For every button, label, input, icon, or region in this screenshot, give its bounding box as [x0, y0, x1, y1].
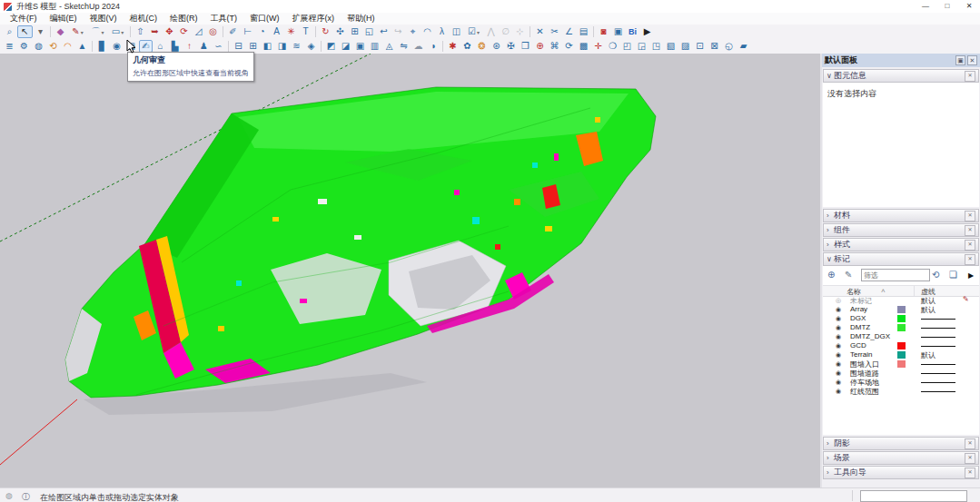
plugin-gear2-icon[interactable]: ⊛ — [490, 40, 503, 53]
cameras-icon[interactable]: ◙ — [597, 25, 610, 38]
plugin-shade2-icon[interactable]: ▨ — [678, 40, 692, 53]
position-camera-icon[interactable]: ⌖ — [406, 25, 420, 38]
close-button[interactable]: ✕ — [958, 0, 980, 13]
menu-item[interactable]: 相机(C) — [124, 13, 164, 25]
plugin-cmd-icon[interactable]: ⌘ — [548, 40, 561, 53]
tag-color-swatch[interactable] — [897, 315, 906, 322]
plugin-sun-icon[interactable]: ❂ — [475, 40, 489, 53]
lock-icon[interactable]: ◈ — [304, 40, 318, 53]
next-view-icon[interactable]: ↪ — [391, 25, 405, 38]
smoove-icon[interactable]: ◬ — [382, 40, 396, 53]
tag-color-swatch[interactable] — [897, 306, 906, 313]
plugin-recycle-icon[interactable]: ⟳ — [562, 40, 576, 53]
tag-row[interactable]: ◉ 围墙入口 — [823, 359, 979, 369]
tag-dash-style[interactable] — [921, 323, 959, 332]
lasso-icon[interactable]: ∽ — [212, 40, 225, 53]
paint-region-icon[interactable]: ◩ — [324, 40, 338, 53]
visibility-eye-icon[interactable]: ◉ — [836, 306, 841, 313]
visibility-eye-icon[interactable]: ◉ — [836, 360, 841, 368]
plugin-flower-icon[interactable]: ✿ — [460, 40, 474, 53]
visibility-eye-icon[interactable]: ◎ — [836, 297, 841, 304]
purge-tags-icon[interactable]: ⟲ — [932, 270, 939, 280]
tag-color-swatch[interactable] — [897, 388, 906, 395]
tag-color-swatch[interactable] — [897, 324, 906, 331]
tag-row[interactable]: ◎ 未标记 默认 ✎ — [823, 296, 979, 305]
collapsed-section[interactable]: › 样式 ✕ — [823, 238, 979, 251]
separator[interactable] — [441, 41, 445, 52]
list-icon[interactable]: ≣ — [3, 40, 16, 53]
plugin-quad-icon[interactable]: ◵ — [722, 40, 736, 53]
offset-icon[interactable]: ◎ — [206, 25, 220, 38]
followme-icon[interactable]: ➥ — [148, 25, 162, 38]
menu-item[interactable]: 文件(F) — [4, 13, 44, 25]
separator[interactable] — [591, 26, 596, 37]
section-close-icon[interactable]: ✕ — [965, 438, 975, 449]
eraser-icon[interactable]: ◆ — [54, 25, 67, 38]
pan-icon[interactable]: ✣ — [333, 25, 347, 38]
tag-row[interactable]: ◉ DMTZ — [823, 323, 979, 332]
tag-color-swatch[interactable] — [897, 342, 906, 349]
protractor-icon[interactable]: ◔ — [255, 25, 269, 38]
bi-logo-icon[interactable]: Bi — [626, 25, 639, 38]
tag-color-swatch[interactable] — [897, 351, 906, 359]
menu-item[interactable]: 扩展程序(x) — [286, 13, 342, 25]
section-close-icon[interactable]: ✕ — [965, 211, 975, 221]
separator[interactable] — [528, 26, 532, 37]
geometry-check-icon[interactable]: ✍ — [139, 40, 153, 53]
geolocation-icon[interactable]: ◍ — [5, 491, 13, 500]
tag-dash-style[interactable] — [921, 378, 959, 387]
visibility-eye-icon[interactable]: ◉ — [836, 379, 841, 386]
section-close-icon[interactable]: ✕ — [965, 468, 975, 478]
stamp-icon[interactable]: ▣ — [353, 40, 367, 53]
tag-color-swatch[interactable] — [897, 379, 906, 386]
tag-color-swatch[interactable] — [897, 297, 906, 304]
3d-text-icon[interactable]: T — [299, 25, 312, 38]
sandbox-icon[interactable]: ◪ — [339, 40, 352, 53]
drape-icon[interactable]: ▥ — [368, 40, 381, 53]
menu-item[interactable]: 帮助(H) — [341, 13, 381, 25]
play-icon[interactable]: ▶ — [640, 25, 654, 38]
plugin-bar-icon[interactable]: ▰ — [737, 40, 750, 53]
grid-minus-icon[interactable]: ⊟ — [232, 40, 245, 53]
hide-icon[interactable]: ∅ — [499, 25, 512, 38]
section-close-icon[interactable]: ✕ — [965, 71, 975, 82]
separator[interactable] — [221, 26, 225, 37]
raise-icon[interactable]: ↑ — [183, 40, 196, 53]
edit-pencil-icon[interactable]: ✎ — [963, 295, 969, 303]
section-close-icon[interactable]: ✕ — [965, 240, 975, 251]
zoom-extents-icon[interactable]: ◱ — [362, 25, 376, 38]
menu-item[interactable]: 窗口(W) — [243, 13, 286, 25]
tag-row[interactable]: ◉ GCD — [823, 341, 979, 350]
tag-dash-style[interactable]: 默认 — [921, 296, 959, 305]
slope-icon[interactable]: ∠ — [562, 25, 576, 38]
collapsed-section[interactable]: › 材料 ✕ — [823, 209, 979, 222]
tag-color-swatch[interactable] — [897, 360, 906, 368]
half-box-left-icon[interactable]: ◧ — [261, 40, 274, 53]
tag-row[interactable]: ◉ Terrain 默认 — [823, 350, 979, 359]
section-close-icon[interactable]: ✕ — [965, 453, 975, 464]
document-icon[interactable]: ▤ — [577, 25, 590, 38]
tape-measure-icon[interactable]: ✐ — [226, 25, 240, 38]
menu-item[interactable]: 编辑(E) — [44, 13, 84, 25]
overflow-arrow-icon[interactable]: ▶ — [968, 271, 974, 280]
zoom-icon[interactable]: ⌕ — [3, 25, 16, 38]
minimize-button[interactable]: — — [915, 0, 936, 13]
plugin-box-icon[interactable]: ❒ — [519, 40, 532, 53]
text-tool-icon[interactable]: A — [270, 25, 283, 38]
line-tool-icon[interactable]: ✎ — [68, 25, 87, 38]
plugin-corner2-icon[interactable]: ◲ — [635, 40, 648, 53]
tag-dash-style[interactable] — [921, 387, 959, 396]
axes-tool-icon[interactable]: ✳ — [284, 25, 298, 38]
grid-plus-icon[interactable]: ⊞ — [246, 40, 260, 53]
panel-header[interactable]: 默认面板 ▣ ✕ — [822, 54, 980, 67]
visibility-eye-icon[interactable]: ◉ — [836, 342, 841, 349]
tag-dash-style[interactable] — [921, 332, 959, 341]
tag-row[interactable]: ◉ Array 默认 — [823, 305, 979, 314]
tag-details-icon[interactable]: ❏ — [949, 270, 957, 280]
separator[interactable] — [313, 26, 318, 37]
tag-dash-style[interactable] — [921, 314, 959, 323]
plugin-dot-box-icon[interactable]: ⊡ — [693, 40, 707, 53]
collapsed-section[interactable]: › 场景 ✕ — [823, 451, 979, 465]
pin-panel-icon[interactable]: ▣ — [955, 55, 965, 65]
tag-row[interactable]: ◉ DMTZ_DGX — [823, 332, 979, 341]
